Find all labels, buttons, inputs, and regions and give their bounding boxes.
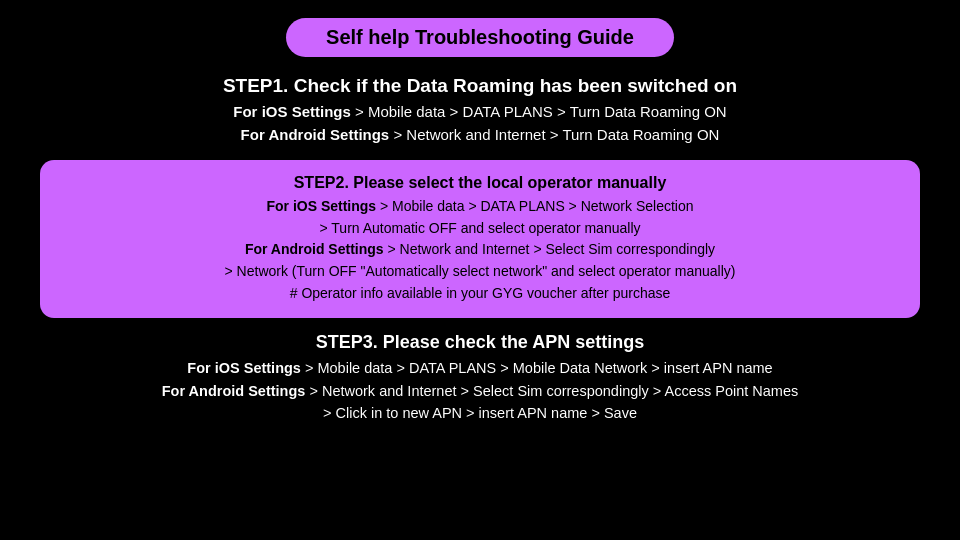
step1-android-text: > Network and Internet > Turn Data Roami… bbox=[389, 126, 719, 143]
step1-ios-line: For iOS Settings > Mobile data > DATA PL… bbox=[40, 101, 920, 124]
step3-android-text: > Network and Internet > Select Sim corr… bbox=[305, 383, 798, 399]
step1-ios-label: For iOS Settings bbox=[233, 103, 351, 120]
step1-android-label: For Android Settings bbox=[241, 126, 390, 143]
step2-note: # Operator info available in your GYG vo… bbox=[70, 283, 890, 305]
step3-ios-label: For iOS Settings bbox=[187, 360, 301, 376]
step2-android-text: > Network and Internet > Select Sim corr… bbox=[384, 241, 716, 257]
title-badge: Self help Troubleshooting Guide bbox=[286, 18, 674, 57]
step3-heading: STEP3. Please check the APN settings bbox=[40, 332, 920, 353]
step2-ios-line2: > Turn Automatic OFF and select operator… bbox=[70, 218, 890, 240]
step2-android-line1: For Android Settings > Network and Inter… bbox=[70, 239, 890, 261]
step2-android-line2: > Network (Turn OFF "Automatically selec… bbox=[70, 261, 890, 283]
step1-android-line: For Android Settings > Network and Inter… bbox=[40, 124, 920, 147]
step3-section: STEP3. Please check the APN settings For… bbox=[40, 332, 920, 424]
title-text: Self help Troubleshooting Guide bbox=[326, 26, 634, 48]
step2-ios-line1: For iOS Settings > Mobile data > DATA PL… bbox=[70, 196, 890, 218]
step3-ios-text: > Mobile data > DATA PLANS > Mobile Data… bbox=[301, 360, 773, 376]
step2-android-label: For Android Settings bbox=[245, 241, 384, 257]
step3-android-line1: For Android Settings > Network and Inter… bbox=[40, 380, 920, 402]
step3-ios-line: For iOS Settings > Mobile data > DATA PL… bbox=[40, 357, 920, 379]
step2-ios-text: > Mobile data > DATA PLANS > Network Sel… bbox=[376, 198, 693, 214]
step2-ios-label: For iOS Settings bbox=[266, 198, 376, 214]
step3-android-line2: > Click in to new APN > insert APN name … bbox=[40, 402, 920, 424]
step1-ios-text: > Mobile data > DATA PLANS > Turn Data R… bbox=[351, 103, 727, 120]
step2-heading: STEP2. Please select the local operator … bbox=[70, 174, 890, 192]
step1-section: STEP1. Check if the Data Roaming has bee… bbox=[40, 75, 920, 146]
step3-android-label: For Android Settings bbox=[162, 383, 306, 399]
step2-box: STEP2. Please select the local operator … bbox=[40, 160, 920, 318]
step1-heading: STEP1. Check if the Data Roaming has bee… bbox=[40, 75, 920, 97]
